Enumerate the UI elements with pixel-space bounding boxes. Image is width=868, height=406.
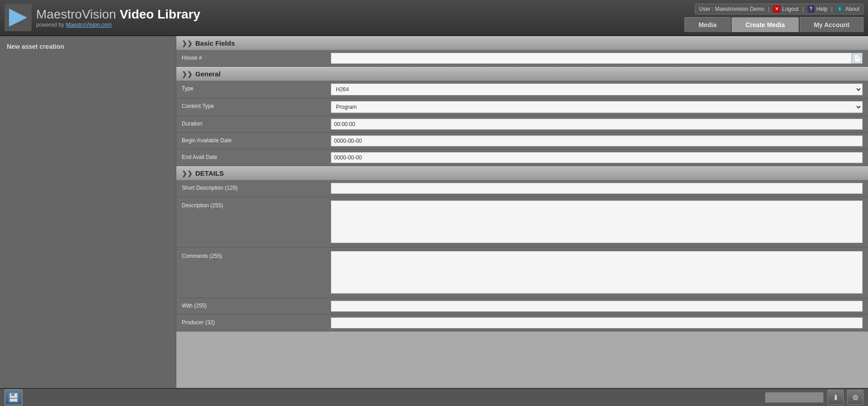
tab-create-media[interactable]: Create Media (731, 17, 799, 32)
end-date-field-value (331, 152, 863, 163)
user-label: User : Maestrovision Demo (699, 6, 764, 12)
content-type-select[interactable]: Program Movie Episode Clip (331, 101, 863, 113)
about-button[interactable]: i About (836, 5, 859, 13)
comments-row: Comments (255) * (176, 247, 868, 298)
about-icon: i (836, 5, 844, 13)
duration-input[interactable] (331, 119, 863, 130)
comments-label: Comments (255) * (182, 251, 331, 259)
logo-text-area: MaestroVision Video Library powered by M… (36, 7, 200, 28)
save-floppy-icon (9, 392, 19, 402)
main-layout: New asset creation ❯❯ Basic Fields House… (0, 36, 868, 388)
section-general: ❯❯ General (176, 67, 868, 81)
house-required-indicator: * (205, 55, 207, 61)
begin-date-field-value (331, 135, 863, 146)
house-label: House # * (182, 53, 331, 61)
help-label: Help (816, 6, 828, 12)
tab-media[interactable]: Media (684, 17, 731, 32)
end-date-row: End Avail Date (176, 149, 868, 166)
house-search-icon[interactable]: 📄 (852, 53, 863, 64)
end-date-input[interactable] (331, 152, 863, 163)
header: MaestroVision Video Library powered by M… (0, 0, 868, 36)
top-right: User : Maestrovision Demo | ✕ Logout | ?… (684, 4, 863, 32)
collapse-details-icon[interactable]: ❯❯ (182, 170, 193, 177)
producer-input[interactable] (331, 317, 863, 328)
content-type-field-value: Program Movie Episode Clip (331, 101, 863, 113)
settings-icon: ⚙ (852, 393, 859, 402)
logout-icon: ✕ (773, 5, 780, 13)
with-label: With (255) (182, 301, 331, 309)
powered-by-link[interactable]: MaestroVision.com (66, 22, 112, 28)
house-field-value: 📄 (331, 53, 863, 64)
user-bar: User : Maestrovision Demo | ✕ Logout | ?… (695, 4, 863, 14)
logout-label: Logout (782, 6, 799, 12)
settings-button[interactable]: ⚙ (847, 390, 863, 405)
sidebar-title: New asset creation (7, 43, 169, 50)
with-field-value (331, 301, 863, 312)
app-name-part1: MaestroVision (36, 7, 116, 21)
app-title: MaestroVision Video Library (36, 7, 200, 22)
svg-rect-5 (10, 399, 17, 401)
house-row: House # * 📄 (176, 50, 868, 67)
powered-by-text: powered by (36, 22, 64, 28)
download-button[interactable]: ⬇ (827, 390, 844, 405)
section-basic-fields: ❯❯ Basic Fields (176, 36, 868, 50)
description-label: Description (255) * (182, 201, 331, 209)
section-details: ❯❯ DETAILS (176, 166, 868, 180)
tab-my-account[interactable]: My Account (800, 17, 863, 32)
type-select[interactable]: H264 MP4 AVI MOV (331, 84, 863, 95)
with-input[interactable] (331, 301, 863, 312)
begin-date-row: Begin Available Date (176, 133, 868, 149)
svg-rect-4 (11, 393, 14, 396)
content-area: ❯❯ Basic Fields House # * 📄 ❯❯ General (176, 36, 868, 388)
house-input-wrap: 📄 (331, 53, 863, 64)
producer-row: Producer (32) (176, 315, 868, 331)
description-field-value (331, 201, 863, 244)
app-name-part2: Video Library (116, 7, 200, 21)
download-icon: ⬇ (833, 393, 839, 402)
with-row: With (255) (176, 298, 868, 315)
content-type-label: Content Type (182, 101, 331, 109)
producer-field-value (331, 317, 863, 328)
general-form: Type H264 MP4 AVI MOV Content Type (176, 81, 868, 166)
comments-required-indicator: * (225, 253, 227, 259)
comments-field-value (331, 251, 863, 295)
producer-label: Producer (32) (182, 317, 331, 326)
short-desc-label: Short Description (128) (182, 183, 331, 191)
collapse-general-icon[interactable]: ❯❯ (182, 70, 193, 78)
begin-date-label: Begin Available Date (182, 135, 331, 144)
description-textarea[interactable] (331, 201, 863, 243)
short-desc-input[interactable] (331, 183, 863, 194)
type-label: Type (182, 84, 331, 92)
save-button[interactable] (5, 389, 23, 406)
help-button[interactable]: ? Help (807, 5, 828, 13)
short-desc-row: Short Description (128) (176, 180, 868, 197)
bottom-right-actions: ⬇ ⚙ (765, 390, 863, 405)
details-form: Short Description (128) Description (255… (176, 180, 868, 331)
type-row: Type H264 MP4 AVI MOV (176, 81, 868, 98)
about-label: About (845, 6, 859, 12)
bottom-text-input[interactable] (765, 392, 824, 403)
nav-tabs: Media Create Media My Account (684, 17, 863, 32)
logo-area: MaestroVision Video Library powered by M… (5, 4, 200, 31)
duration-label: Duration (182, 119, 331, 127)
duration-row: Duration (176, 116, 868, 133)
section-general-title: General (195, 70, 221, 78)
short-desc-field-value (331, 183, 863, 194)
house-input[interactable] (331, 53, 852, 64)
app-subtitle: powered by MaestroVision.com (36, 22, 200, 28)
end-date-label: End Avail Date (182, 152, 331, 160)
type-field-value: H264 MP4 AVI MOV (331, 84, 863, 95)
section-details-title: DETAILS (195, 169, 224, 177)
logout-button[interactable]: ✕ Logout (773, 5, 799, 13)
description-required-indicator: * (226, 202, 228, 209)
collapse-basic-icon[interactable]: ❯❯ (182, 40, 193, 47)
comments-textarea[interactable] (331, 251, 863, 294)
content-type-row: Content Type Program Movie Episode Clip (176, 98, 868, 116)
begin-date-input[interactable] (331, 135, 863, 146)
help-icon: ? (807, 5, 815, 13)
description-row: Description (255) * (176, 197, 868, 247)
basic-fields-form: House # * 📄 (176, 50, 868, 67)
section-basic-fields-title: Basic Fields (195, 39, 235, 47)
sidebar: New asset creation (0, 36, 176, 388)
duration-field-value (331, 119, 863, 130)
